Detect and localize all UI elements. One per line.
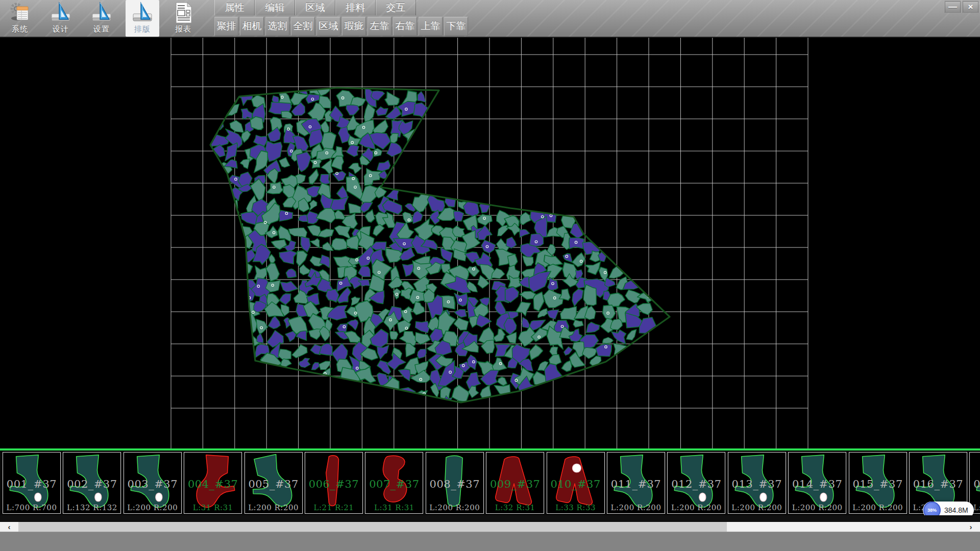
set-square-icon <box>50 2 71 24</box>
nav-button-4[interactable]: 排版 <box>126 0 159 37</box>
close-button[interactable]: × <box>963 1 978 13</box>
piece-thumbnail-name: 008_#37 <box>426 478 483 490</box>
piece-thumbnail-name: 002_#37 <box>63 478 120 490</box>
piece-thumbnail-counts: L:200 R:200 <box>789 503 846 512</box>
piece-thumbnail-counts: L:200 R:200 <box>124 503 181 512</box>
window-controls: — × <box>945 1 978 13</box>
piece-thumbnail-name: 001_#37 <box>3 478 60 490</box>
piece-thumbnail-name: 006_#37 <box>305 478 362 490</box>
nav-button-2[interactable]: 设计 <box>44 0 78 37</box>
gear-table-icon <box>9 2 31 24</box>
menu-tab-2[interactable]: 编辑 <box>255 0 295 15</box>
tool-button-7[interactable]: 左靠 <box>368 17 391 36</box>
piece-thumbnail[interactable]: 013_#37L:200 R:200 <box>728 452 786 514</box>
piece-thumbnail[interactable]: 014_#37L:200 R:200 <box>788 452 846 514</box>
horizontal-scrollbar[interactable]: ‹ › <box>0 521 980 532</box>
piece-thumbnail-counts: L:200 R:200 <box>426 503 483 512</box>
tool-buttons-row: 聚排相机选割全割区域瑕疵左靠右靠上靠下靠 <box>214 16 470 36</box>
piece-thumbnail[interactable]: 008_#37L:200 R:200 <box>426 452 484 514</box>
piece-thumbnail-name: 005_#37 <box>245 478 302 490</box>
piece-thumbnail[interactable]: 009_#37L:32 R:31 <box>486 452 544 514</box>
tool-button-4[interactable]: 全割 <box>291 17 315 36</box>
report-icon <box>173 2 194 24</box>
status-bar <box>0 532 980 551</box>
tool-button-5[interactable]: 区域 <box>316 17 340 36</box>
piece-thumbnail-counts: L:31 R:31 <box>365 503 423 512</box>
piece-thumbnail-name: 007_#37 <box>365 478 423 490</box>
piece-thumbnail[interactable]: 002_#37L:132 R:132 <box>63 452 121 514</box>
app-window: 系统设计设置排版报表 属性编辑区域排料交互 聚排相机选割全割区域瑕疵左靠右靠上靠… <box>0 0 980 551</box>
menu-area: 属性编辑区域排料交互 聚排相机选割全割区域瑕疵左靠右靠上靠下靠 <box>214 0 470 36</box>
piece-thumbnail-name: 010_#37 <box>547 478 604 490</box>
piece-thumbnail-name: 003_#37 <box>124 478 181 490</box>
piece-thumbnail-counts: L:32 R:31 <box>486 503 544 512</box>
scrollbar-thumb[interactable] <box>18 522 727 532</box>
nesting-canvas[interactable] <box>0 38 980 448</box>
memory-percent-label: 38% <box>927 508 937 513</box>
set-square-icon <box>91 2 112 24</box>
minimize-button[interactable]: — <box>945 1 961 13</box>
tool-button-1[interactable]: 聚排 <box>214 17 238 36</box>
menu-tab-3[interactable]: 区域 <box>295 0 335 15</box>
set-square-icon <box>132 2 153 24</box>
tool-button-3[interactable]: 选割 <box>265 17 289 36</box>
nav-button-label: 排版 <box>134 24 151 34</box>
piece-thumbnail-counts: L:700 R:700 <box>3 503 60 512</box>
piece-thumbnail[interactable]: 003_#37L:200 R:200 <box>124 452 182 514</box>
toolbar: 系统设计设置排版报表 属性编辑区域排料交互 聚排相机选割全割区域瑕疵左靠右靠上靠… <box>0 0 980 38</box>
piece-thumbnail[interactable]: 007_#37L:31 R:31 <box>365 452 423 514</box>
piece-thumbnail-name: 012_#37 <box>668 478 725 490</box>
piece-thumbnail-name: 009_#37 <box>486 478 544 490</box>
nav-button-1[interactable]: 系统 <box>3 0 37 37</box>
nav-button-5[interactable]: 报表 <box>166 0 200 37</box>
nesting-layout-svg <box>0 38 980 448</box>
tool-button-8[interactable]: 右靠 <box>393 17 417 36</box>
menu-tab-4[interactable]: 排料 <box>335 0 376 15</box>
nested-pieces <box>189 75 658 414</box>
piece-thumbnail-name: 013_#37 <box>728 478 786 490</box>
piece-thumbnail-counts: L:200 R:200 <box>245 503 302 512</box>
piece-thumbnail[interactable]: 015_#37L:200 R:200 <box>849 452 907 514</box>
piece-thumbnail[interactable]: 010_#37L:33 R:33 <box>547 452 605 514</box>
nav-button-label: 设置 <box>93 24 110 34</box>
memory-usage-label: 384.8M <box>944 506 968 514</box>
piece-thumbnail[interactable]: 004_#37L:31 R:31 <box>184 452 242 514</box>
tool-button-9[interactable]: 上靠 <box>419 17 443 36</box>
main-nav-buttons: 系统设计设置排版报表 <box>3 0 200 37</box>
nav-button-label: 报表 <box>175 24 191 34</box>
piece-thumbnail[interactable]: 011_#37L:200 R:200 <box>607 452 665 514</box>
piece-thumbnail-name: 017_#37 <box>970 478 980 490</box>
piece-thumbnail[interactable]: 001_#37L:700 R:700 <box>3 452 61 514</box>
nav-button-label: 设计 <box>53 24 69 34</box>
pieces-strip: 001_#37L:700 R:700002_#37L:132 R:132003_… <box>0 448 980 515</box>
tool-button-2[interactable]: 相机 <box>240 17 264 36</box>
piece-thumbnail-counts: L:200 R:200 <box>849 503 906 512</box>
piece-thumbnail-counts: L:200 R:200 <box>668 503 725 512</box>
piece-thumbnail[interactable]: 012_#37L:200 R:200 <box>667 452 725 514</box>
memory-percent-indicator: 38% <box>923 502 941 515</box>
memory-badge: 38% 384.8M <box>923 502 974 515</box>
piece-thumbnail[interactable]: 006_#37L:21 R:21 <box>305 452 363 514</box>
strip-scrollbar-gap <box>0 515 980 521</box>
scroll-right-button[interactable]: › <box>962 522 980 532</box>
menu-tabs: 属性编辑区域排料交互 <box>214 0 470 15</box>
scrollbar-track[interactable] <box>18 522 962 532</box>
piece-thumbnail-counts: L:33 R:33 <box>547 503 604 512</box>
piece-thumbnail-name: 004_#37 <box>184 478 241 490</box>
piece-thumbnail-name: 014_#37 <box>789 478 846 490</box>
piece-thumbnail-name: 015_#37 <box>849 478 906 490</box>
nav-button-label: 系统 <box>12 24 28 34</box>
piece-thumbnail-counts: L:200 R:200 <box>728 503 786 512</box>
tool-button-10[interactable]: 下靠 <box>444 17 468 36</box>
menu-tab-5[interactable]: 交互 <box>376 0 416 15</box>
tool-button-6[interactable]: 瑕疵 <box>342 17 366 36</box>
piece-thumbnail-counts: L:200 R:200 <box>607 503 665 512</box>
scroll-left-button[interactable]: ‹ <box>0 522 18 532</box>
piece-thumbnail-counts: L:21 R:21 <box>305 503 362 512</box>
piece-thumbnail-counts: L:31 R:31 <box>184 503 241 512</box>
piece-thumbnail-name: 016_#37 <box>910 478 967 490</box>
piece-thumbnail[interactable]: 005_#37L:200 R:200 <box>244 452 303 514</box>
nav-button-3[interactable]: 设置 <box>85 0 118 37</box>
menu-tab-1[interactable]: 属性 <box>214 0 255 15</box>
piece-thumbnail-name: 011_#37 <box>607 478 665 490</box>
